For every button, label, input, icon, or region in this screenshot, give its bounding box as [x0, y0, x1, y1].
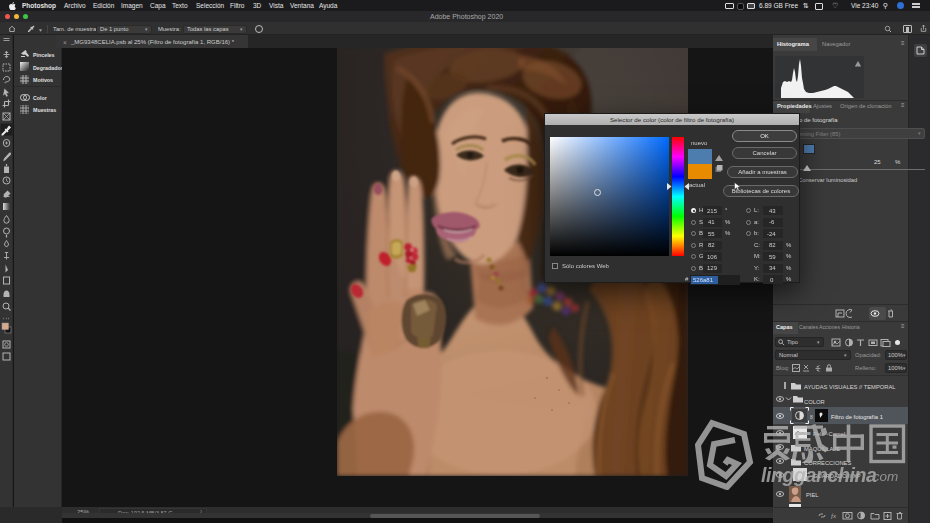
svg-text:AYUDAS VISUALES // TEMPORAL: AYUDAS VISUALES // TEMPORAL [804, 384, 896, 390]
svg-text:PIEL: PIEL [806, 492, 819, 498]
svg-text:.com: .com [869, 469, 898, 484]
svg-text:lingganchina: lingganchina [761, 464, 877, 486]
svg-text:fx: fx [831, 512, 837, 520]
svg-text:COLOR: COLOR [804, 399, 825, 405]
